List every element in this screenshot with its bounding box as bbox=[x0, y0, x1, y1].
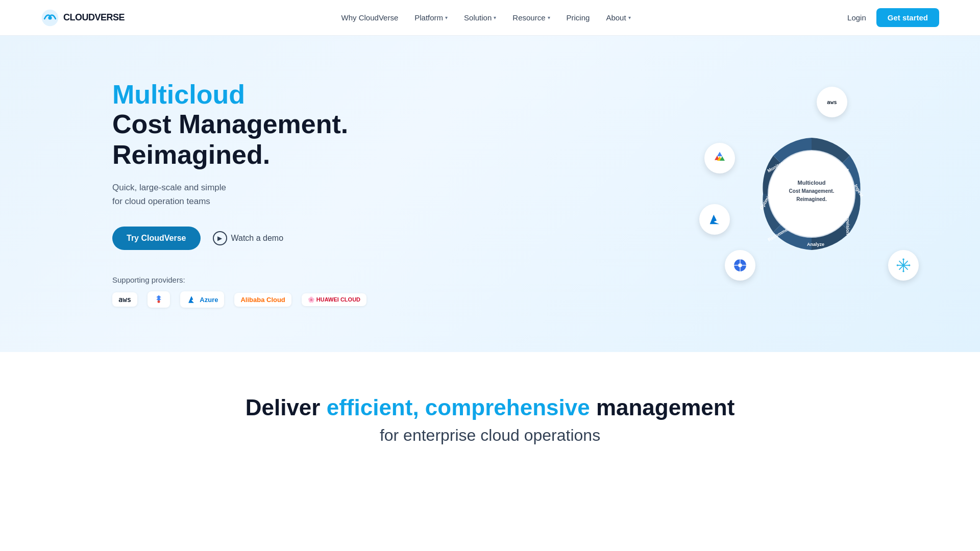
aws-cloud-icon: aws bbox=[817, 87, 847, 117]
svg-point-15 bbox=[897, 264, 899, 266]
nav-links: Why CloudVerse Platform ▾ Solution ▾ Res… bbox=[341, 13, 631, 22]
bottom-section: Deliver efficient, comprehensive managem… bbox=[0, 352, 980, 486]
nav-pricing[interactable]: Pricing bbox=[567, 13, 590, 22]
svg-text:Multicloud: Multicloud bbox=[798, 180, 826, 186]
nav-resource[interactable]: Resource ▾ bbox=[512, 13, 550, 22]
provider-alibaba: Alibaba Cloud bbox=[234, 293, 291, 307]
svg-text:Cost Management.: Cost Management. bbox=[789, 188, 835, 194]
svg-text:Provision: Provision bbox=[845, 214, 850, 235]
svg-text:Reimagined.: Reimagined. bbox=[796, 196, 827, 202]
bottom-subtitle: for enterprise cloud operations bbox=[41, 426, 939, 445]
login-button[interactable]: Login bbox=[847, 13, 866, 22]
nav-why-cloudverse[interactable]: Why CloudVerse bbox=[341, 13, 399, 22]
svg-point-13 bbox=[902, 259, 904, 261]
play-icon: ▶ bbox=[213, 231, 227, 245]
supporting-providers: Supporting providers: aws Azure bbox=[112, 276, 366, 308]
navigation: CLOUDVERSE Why CloudVerse Platform ▾ Sol… bbox=[0, 0, 980, 36]
svg-text:Analyze: Analyze bbox=[807, 242, 824, 247]
nav-solution[interactable]: Solution ▾ bbox=[464, 13, 496, 22]
hero-content: Multicloud Cost Management. Reimagined. … bbox=[112, 80, 366, 308]
azure-cloud-icon bbox=[699, 204, 730, 235]
svg-point-14 bbox=[902, 270, 904, 272]
platform-chevron-icon: ▾ bbox=[445, 15, 448, 20]
provider-logos-list: aws Azure Alibaba Cloud bbox=[112, 291, 366, 308]
about-chevron-icon: ▾ bbox=[628, 15, 631, 20]
nav-about[interactable]: About ▾ bbox=[606, 13, 630, 22]
watch-demo-button[interactable]: ▶ Watch a demo bbox=[213, 231, 284, 245]
provider-azure: Azure bbox=[180, 291, 224, 308]
provider-aws: aws bbox=[112, 292, 137, 307]
solution-chevron-icon: ▾ bbox=[494, 15, 496, 20]
svg-point-2 bbox=[158, 300, 160, 303]
gcp-cloud-icon bbox=[704, 143, 735, 173]
snowflake-cloud-icon bbox=[888, 250, 919, 281]
hero-title-multicloud: Multicloud bbox=[112, 80, 366, 109]
nav-actions: Login Get started bbox=[847, 8, 939, 27]
k8s-cloud-icon bbox=[725, 250, 755, 281]
svg-point-1 bbox=[48, 16, 52, 19]
provider-gcp bbox=[148, 291, 170, 308]
hero-title-main: Cost Management. Reimagined. bbox=[112, 109, 366, 170]
supporting-label: Supporting providers: bbox=[112, 276, 366, 284]
svg-point-4 bbox=[738, 263, 742, 267]
svg-point-16 bbox=[909, 264, 911, 266]
try-cloudverse-button[interactable]: Try CloudVerse bbox=[112, 227, 201, 250]
bottom-title: Deliver efficient, comprehensive managem… bbox=[41, 393, 939, 422]
provider-huawei: 🌸 HUAWEI CLOUD bbox=[302, 293, 366, 306]
nav-platform[interactable]: Platform ▾ bbox=[414, 13, 448, 22]
get-started-button[interactable]: Get started bbox=[876, 8, 939, 27]
resource-chevron-icon: ▾ bbox=[548, 15, 550, 20]
logo[interactable]: CLOUDVERSE bbox=[41, 9, 125, 27]
hero-section: Multicloud Cost Management. Reimagined. … bbox=[0, 36, 980, 352]
hero-buttons: Try CloudVerse ▶ Watch a demo bbox=[112, 227, 366, 250]
logo-text: CLOUDVERSE bbox=[63, 12, 125, 23]
hero-subtitle: Quick, large-scale and simple for cloud … bbox=[112, 181, 366, 208]
hero-diagram: aws bbox=[684, 71, 939, 316]
